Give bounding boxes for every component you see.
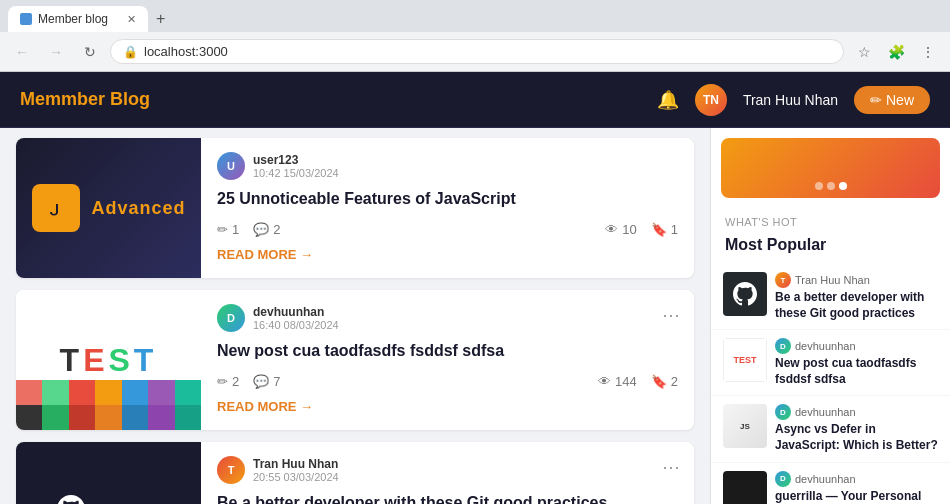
browser-tabs: Member blog ✕ + [0, 0, 950, 32]
article-title: 25 Unnoticeable Features of JavaScript [217, 188, 678, 210]
extension-icon[interactable]: 🧩 [882, 38, 910, 66]
tab-close-button[interactable]: ✕ [127, 13, 136, 26]
back-button[interactable]: ← [8, 38, 36, 66]
banner-dots [815, 182, 847, 190]
logo-text: Memmber [20, 89, 105, 109]
list-item[interactable]: TEST D devhuunhan New post cua taodfasdf… [711, 330, 950, 396]
sidebar-banner [721, 138, 940, 198]
new-post-button[interactable]: ✏ New [854, 86, 930, 114]
dot-2 [827, 182, 835, 190]
author-info: Tran Huu Nhan 20:55 03/03/2024 [253, 457, 339, 483]
logo-highlight: Blog [110, 89, 150, 109]
author-avatar-img: D [217, 304, 245, 332]
author-info: devhuunhan 16:40 08/03/2024 [253, 305, 339, 331]
popular-info: T Tran Huu Nhan Be a better developer wi… [775, 272, 938, 321]
table-row: GitHub T Tran Huu Nhan 20:55 03/03/2024 … [16, 442, 694, 504]
article-meta: D devhuunhan 16:40 08/03/2024 ⋯ [217, 304, 678, 332]
app-logo: Memmber Blog [20, 89, 150, 110]
browser-tab[interactable]: Member blog ✕ [8, 6, 148, 32]
bookmark-stat: 🔖 2 [651, 374, 678, 389]
read-more-button[interactable]: READ MORE → [217, 247, 313, 262]
tab-title: Member blog [38, 12, 108, 26]
toolbar-icons: ☆ 🧩 ⋮ [850, 38, 942, 66]
read-more-button[interactable]: READ MORE → [217, 399, 313, 414]
github-logo-icon [57, 495, 85, 504]
main-feed: Advanced U user123 10:42 15/03/2024 25 U… [0, 128, 710, 504]
reload-button[interactable]: ↻ [76, 38, 104, 66]
article-body: T Tran Huu Nhan 20:55 03/03/2024 ⋯ Be a … [201, 442, 694, 504]
async-thumb-icon: JS [723, 404, 767, 448]
content-area: Advanced U user123 10:42 15/03/2024 25 U… [0, 128, 950, 504]
pencil-stat: ✏ 2 [217, 374, 239, 389]
list-item[interactable]: T Tran Huu Nhan Be a better developer wi… [711, 264, 950, 330]
popular-title: Async vs Defer in JavaScript: Which is B… [775, 422, 938, 453]
bookmark-icon[interactable]: ☆ [850, 38, 878, 66]
popular-thumb-test: TEST [723, 338, 767, 382]
pop-avatar: D [775, 471, 791, 487]
github-thumb-icon [723, 272, 767, 316]
url-text: localhost:3000 [144, 44, 228, 59]
dot-3 [839, 182, 847, 190]
bell-icon[interactable]: 🔔 [657, 89, 679, 111]
js-icon [32, 184, 80, 232]
author-name: Tran Huu Nhan [253, 457, 339, 471]
lock-icon: 🔒 [123, 45, 138, 59]
article-body: D devhuunhan 16:40 08/03/2024 ⋯ New post… [201, 290, 694, 430]
popular-info: D devhuunhan guerrilla — Your Personal C… [775, 471, 938, 504]
article-thumb-test: TEST [16, 290, 201, 430]
article-more-button[interactable]: ⋯ [662, 304, 680, 326]
article-thumb-advanced: Advanced [16, 138, 201, 278]
article-meta: T Tran Huu Nhan 20:55 03/03/2024 ⋯ [217, 456, 678, 484]
list-item[interactable]: JS D devhuunhan Async vs Defer in JavaSc… [711, 396, 950, 462]
test-grid [16, 380, 201, 430]
article-more-button[interactable]: ⋯ [662, 456, 680, 478]
pop-avatar: D [775, 338, 791, 354]
pencil-stat: ✏ 1 [217, 222, 239, 237]
forward-button[interactable]: → [42, 38, 70, 66]
popular-info: D devhuunhan New post cua taodfasdfs fsd… [775, 338, 938, 387]
avatar: U [217, 152, 245, 180]
sidebar: What's hot Most Popular T Tran Huu Nhan [710, 128, 950, 504]
article-body: U user123 10:42 15/03/2024 25 Unnoticeab… [201, 138, 694, 278]
popular-title: guerrilla — Your Personal Censorship Cir… [775, 489, 938, 504]
popular-thumb-github [723, 272, 767, 316]
article-stats: ✏ 2 💬 7 👁 144 🔖 2 [217, 374, 678, 389]
author-avatar-img: T [217, 456, 245, 484]
test-text: TEST [60, 342, 158, 379]
username-text: Tran Huu Nhan [743, 92, 838, 108]
app-header: Memmber Blog 🔔 TN Tran Huu Nhan ✏ New [0, 72, 950, 128]
popular-title: New post cua taodfasdfs fsddsf sdfsa [775, 356, 938, 387]
test-thumb-icon: TEST [723, 338, 767, 382]
github-text: GitHub [93, 501, 160, 505]
list-item[interactable]: D devhuunhan guerrilla — Your Personal C… [711, 463, 950, 504]
popular-title: Be a better developer with these Git goo… [775, 290, 938, 321]
article-date: 20:55 03/03/2024 [253, 471, 339, 483]
article-date: 10:42 15/03/2024 [253, 167, 339, 179]
popular-author-row: D devhuunhan [775, 471, 938, 487]
pop-avatar: T [775, 272, 791, 288]
article-date: 16:40 08/03/2024 [253, 319, 339, 331]
browser-toolbar: ← → ↻ 🔒 localhost:3000 ☆ 🧩 ⋮ [0, 32, 950, 72]
author-name: user123 [253, 153, 339, 167]
menu-icon[interactable]: ⋮ [914, 38, 942, 66]
popular-info: D devhuunhan Async vs Defer in JavaScrip… [775, 404, 938, 453]
author-info: user123 10:42 15/03/2024 [253, 153, 339, 179]
avatar: T [217, 456, 245, 484]
article-stats: ✏ 1 💬 2 👁 10 🔖 1 [217, 222, 678, 237]
address-bar[interactable]: 🔒 localhost:3000 [110, 39, 844, 64]
table-row: Advanced U user123 10:42 15/03/2024 25 U… [16, 138, 694, 278]
avatar: D [217, 304, 245, 332]
app-container: Memmber Blog 🔔 TN Tran Huu Nhan ✏ New [0, 72, 950, 504]
table-row: TEST [16, 290, 694, 430]
new-tab-button[interactable]: + [152, 10, 169, 28]
popular-author-row: D devhuunhan [775, 404, 938, 420]
guerrilla-thumb-icon [723, 471, 767, 504]
author-name: devhuunhan [253, 305, 339, 319]
pop-author-name: Tran Huu Nhan [795, 274, 870, 286]
pop-avatar: D [775, 404, 791, 420]
comment-stat: 💬 2 [253, 222, 280, 237]
browser-chrome: Member blog ✕ + ← → ↻ 🔒 localhost:3000 ☆… [0, 0, 950, 72]
whats-hot-label: What's hot [711, 210, 950, 234]
popular-author-row: T Tran Huu Nhan [775, 272, 938, 288]
author-avatar-img: U [217, 152, 245, 180]
